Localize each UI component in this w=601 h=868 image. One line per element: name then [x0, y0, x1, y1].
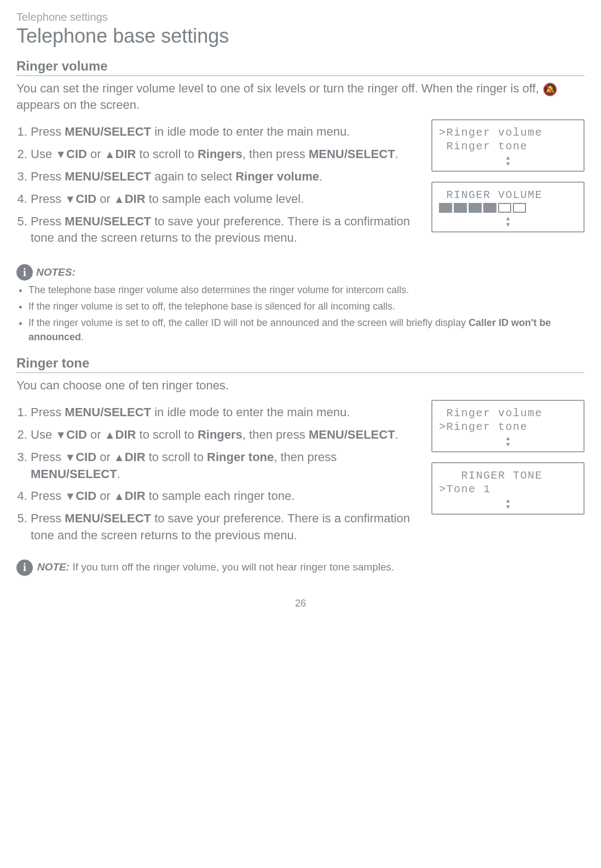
step-1: Press MENU/SELECT in idle mode to enter …: [31, 404, 421, 421]
volume-cell: [483, 203, 496, 213]
note-text: If you turn off the ringer volume, you w…: [70, 561, 394, 573]
lcd-screen-ringer-menu: >Ringer volume Ringer tone ▲▼: [431, 119, 585, 172]
lcd-line: Ringer tone: [439, 139, 577, 153]
lcd-line: RINGER TONE: [439, 469, 577, 482]
t: MENU: [31, 467, 66, 481]
down-arrow-icon: ▼: [65, 490, 76, 502]
updown-arrows-icon: ▲▼: [439, 216, 577, 228]
updown-arrows-icon: ▲▼: [439, 498, 577, 510]
t: , then press: [274, 450, 337, 464]
up-arrow-icon: ▲: [114, 193, 125, 205]
t: to scroll to: [146, 450, 207, 464]
t: Press: [31, 192, 65, 206]
t: to sample each ringer tone.: [146, 489, 295, 503]
ringer-volume-intro: You can set the ringer volume level to o…: [16, 80, 585, 113]
lcd-line: >Tone 1: [439, 482, 577, 496]
t: in idle mode to enter the main menu.: [151, 405, 350, 419]
lcd-line: >Ringer tone: [439, 420, 577, 434]
ringer-volume-steps: Press MENU/SELECT in idle mode to enter …: [16, 124, 421, 247]
t: .: [395, 428, 398, 441]
t: CID: [66, 428, 87, 441]
t: .: [395, 147, 398, 161]
ringer-tone-steps: Press MENU/SELECT in idle mode to enter …: [16, 404, 421, 544]
t: Ringers: [198, 147, 242, 161]
step-3: Press MENU/SELECT again to select Ringer…: [31, 168, 421, 185]
bell-off-icon: 🔕: [542, 83, 557, 96]
t: MENU: [309, 428, 344, 441]
t: CID: [66, 147, 87, 161]
intro-pre: You can set the ringer volume level to o…: [16, 81, 542, 95]
t: Press: [31, 450, 65, 464]
t: DIR: [125, 489, 146, 503]
t: DIR: [115, 147, 136, 161]
down-arrow-icon: ▼: [65, 193, 76, 205]
up-arrow-icon: ▲: [105, 148, 115, 160]
notes-header: i NOTES:: [16, 264, 585, 281]
t: DIR: [115, 428, 136, 441]
updown-arrows-icon: ▲▼: [439, 436, 577, 448]
t: /SELECT: [344, 147, 395, 161]
t: /SELECT: [344, 428, 395, 441]
info-icon: i: [16, 264, 33, 281]
t: , then press: [242, 147, 309, 161]
t: SELECT: [103, 405, 151, 419]
section-heading-ringer-volume: Ringer volume: [16, 59, 585, 76]
t: CID: [76, 192, 96, 206]
t: again to select: [151, 170, 235, 183]
page-title: Telephone base settings: [16, 25, 585, 48]
volume-bar: [439, 203, 577, 213]
volume-cell: [439, 203, 452, 213]
t: Ringer tone: [207, 450, 274, 464]
lcd-line: RINGER VOLUME: [439, 188, 577, 202]
up-arrow-icon: ▲: [105, 429, 115, 441]
lcd-screen-ringer-tone-menu: Ringer volume >Ringer tone ▲▼: [431, 400, 585, 452]
t: or: [87, 147, 105, 161]
step-1: Press MENU/SELECT in idle mode to enter …: [31, 124, 421, 141]
page-number: 26: [16, 598, 585, 609]
lcd-line: Ringer volume: [439, 406, 577, 420]
t: MENU/: [65, 405, 103, 419]
t: If the ringer volume is set to off, the …: [28, 317, 469, 328]
t: Ringer volume: [235, 170, 319, 183]
lcd-line: >Ringer volume: [439, 126, 577, 139]
lcd-screen-ringer-volume: RINGER VOLUME ▲▼: [431, 182, 585, 232]
t: /SELECT: [66, 467, 117, 481]
lcd-screen-ringer-tone-select: RINGER TONE >Tone 1 ▲▼: [431, 462, 585, 515]
section-heading-ringer-tone: Ringer tone: [16, 356, 585, 373]
single-note: i NOTE: If you turn off the ringer volum…: [16, 560, 585, 576]
t: /SELECT: [100, 170, 151, 183]
updown-arrows-icon: ▲▼: [439, 155, 577, 167]
info-icon: i: [16, 560, 33, 576]
step-5: Press MENU/SELECT to save your preferenc…: [31, 213, 421, 247]
t: DIR: [125, 450, 146, 464]
t: MENU/: [65, 125, 103, 138]
t: Press: [31, 489, 65, 503]
t: MENU: [65, 511, 100, 525]
volume-cell: [454, 203, 467, 213]
t: or: [96, 489, 114, 503]
t: DIR: [125, 192, 146, 206]
note-label: NOTE:: [37, 561, 70, 573]
volume-cell: [469, 203, 482, 213]
t: , then press: [242, 428, 309, 441]
down-arrow-icon: ▼: [55, 429, 66, 441]
t: or: [96, 450, 114, 464]
t: Use: [31, 428, 55, 441]
t: to sample each volume level.: [146, 192, 304, 206]
t: Use: [31, 147, 55, 161]
t: /SELECT: [100, 214, 151, 228]
t: MENU: [309, 147, 344, 161]
t: Press: [31, 405, 65, 419]
note-item: If the ringer volume is set to off, the …: [28, 316, 585, 344]
t: Ringers: [198, 428, 242, 441]
t: Press: [31, 170, 65, 183]
volume-cell: [498, 203, 511, 213]
t: Press: [31, 125, 65, 138]
t: SELECT: [103, 125, 151, 138]
step-5: Press MENU/SELECT to save your preferenc…: [31, 510, 421, 544]
t: to scroll to: [136, 428, 197, 441]
t: or: [87, 428, 105, 441]
t: /SELECT: [100, 511, 151, 525]
t: in idle mode to enter the main menu.: [151, 125, 350, 138]
down-arrow-icon: ▼: [65, 451, 76, 463]
